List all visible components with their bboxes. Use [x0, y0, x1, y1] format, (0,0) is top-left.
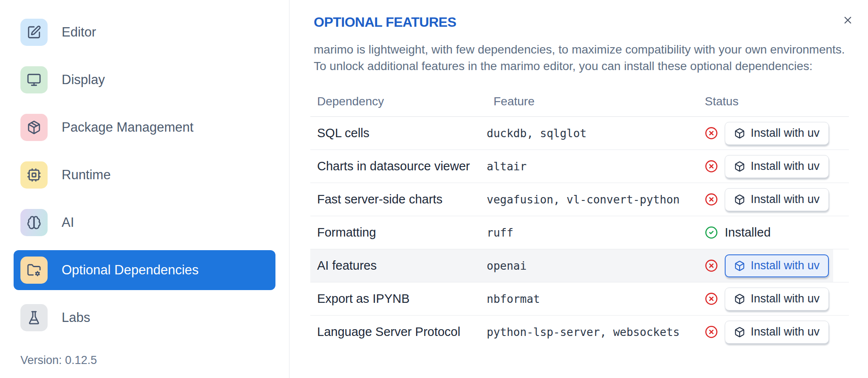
circle-check-icon — [705, 226, 718, 239]
dependency-cell: SQL cells — [310, 126, 487, 140]
install-with-uv-button[interactable]: Install with uv — [725, 321, 829, 344]
dependency-cell: Export as IPYNB — [310, 292, 487, 306]
install-with-uv-button[interactable]: Install with uv — [725, 254, 829, 277]
close-icon[interactable] — [840, 12, 855, 28]
features-table: Dependency Feature Status SQL cellsduckd… — [310, 87, 849, 348]
sidebar-item-label: Optional Dependencies — [62, 262, 199, 278]
box-icon — [734, 260, 745, 271]
table-row-fast-server-side-charts: Fast server-side chartsvegafusion, vl-co… — [310, 183, 849, 216]
install-button-label: Install with uv — [751, 259, 820, 272]
main-panel: OPTIONAL FEATURES marimo is lightweight,… — [289, 0, 868, 378]
sidebar-item-ai[interactable]: AI — [14, 203, 275, 243]
install-with-uv-button[interactable]: Install with uv — [725, 155, 829, 178]
table-body: SQL cellsduckdb, sqlglotInstall with uvC… — [310, 117, 849, 348]
flask-icon — [20, 304, 48, 331]
status-installed-label: Installed — [725, 226, 771, 240]
status-cell: Install with uv — [698, 321, 849, 344]
feature-cell: nbformat — [487, 293, 698, 305]
sidebar-item-display[interactable]: Display — [14, 60, 275, 100]
brain-icon — [20, 209, 48, 236]
box-icon — [734, 128, 745, 139]
dependency-cell: Charts in datasource viewer — [310, 159, 487, 173]
package-icon — [20, 114, 48, 141]
feature-cell: python-lsp-server, websockets — [487, 326, 698, 339]
sidebar-item-label: Labs — [62, 310, 90, 325]
sidebar-item-label: AI — [62, 215, 74, 230]
sidebar-item-label: Display — [62, 72, 105, 87]
circle-x-icon — [705, 127, 718, 140]
sidebar-item-label: Runtime — [62, 167, 111, 183]
install-with-uv-button[interactable]: Install with uv — [725, 122, 829, 145]
feature-cell: ruff — [487, 226, 698, 239]
status-cell: Install with uv — [698, 122, 849, 145]
status-cell: Install with uv — [698, 254, 849, 277]
table-row-charts-in-datasource-viewer: Charts in datasource vieweraltairInstall… — [310, 150, 849, 183]
status-cell: Install with uv — [698, 288, 849, 310]
table-row-ai-features: AI featuresopenaiInstall with uv — [310, 249, 849, 282]
dependency-cell: Formatting — [310, 226, 487, 240]
column-header-status: Status — [698, 95, 849, 108]
install-button-label: Install with uv — [751, 127, 820, 140]
dependency-cell: AI features — [310, 259, 487, 273]
sidebar-item-editor[interactable]: Editor — [14, 12, 275, 52]
install-button-label: Install with uv — [751, 325, 820, 339]
sidebar-item-runtime[interactable]: Runtime — [14, 155, 275, 195]
circle-x-icon — [705, 160, 718, 173]
feature-cell: openai — [487, 260, 698, 272]
panel-description: marimo is lightweight, with few dependen… — [314, 41, 866, 74]
table-row-sql-cells: SQL cellsduckdb, sqlglotInstall with uv — [310, 117, 849, 150]
settings-dialog: { "sidebar": { "items": [ {"label": "Edi… — [0, 0, 868, 378]
sidebar: EditorDisplayPackage ManagementRuntimeAI… — [0, 0, 289, 378]
version-label: Version: 0.12.5 — [20, 354, 97, 367]
install-with-uv-button[interactable]: Install with uv — [725, 188, 829, 211]
box-icon — [734, 327, 745, 338]
panel-description-line-1: marimo is lightweight, with few dependen… — [314, 41, 866, 58]
table-row-language-server-protocol: Language Server Protocolpython-lsp-serve… — [310, 316, 849, 348]
feature-cell: duckdb, sqlglot — [487, 127, 698, 140]
sidebar-item-optional-dependencies[interactable]: Optional Dependencies — [14, 250, 275, 290]
table-header-row: Dependency Feature Status — [310, 87, 849, 117]
box-icon — [734, 161, 745, 172]
install-with-uv-button[interactable]: Install with uv — [725, 288, 829, 310]
install-button-label: Install with uv — [751, 292, 820, 305]
install-button-label: Install with uv — [751, 193, 820, 206]
monitor-icon — [20, 66, 48, 93]
status-cell: Install with uv — [698, 188, 849, 211]
sidebar-item-label: Package Management — [62, 120, 193, 135]
box-icon — [734, 194, 745, 205]
sidebar-nav: EditorDisplayPackage ManagementRuntimeAI… — [14, 12, 275, 338]
table-row-formatting: FormattingruffInstalled — [310, 216, 849, 249]
page-title: OPTIONAL FEATURES — [314, 14, 868, 30]
dependency-cell: Fast server-side charts — [310, 192, 487, 206]
status-cell: Install with uv — [698, 155, 849, 178]
circle-x-icon — [705, 259, 718, 272]
column-header-dependency: Dependency — [310, 95, 487, 108]
feature-cell: vegafusion, vl-convert-python — [487, 193, 698, 206]
circle-x-icon — [705, 193, 718, 206]
feature-cell: altair — [487, 160, 698, 173]
install-button-label: Install with uv — [751, 160, 820, 173]
table-row-export-as-ipynb: Export as IPYNBnbformatInstall with uv — [310, 282, 849, 316]
sidebar-item-labs[interactable]: Labs — [14, 298, 275, 338]
circle-x-icon — [705, 325, 718, 339]
panel-description-line-2: To unlock additional features in the mar… — [314, 58, 866, 74]
dependency-cell: Language Server Protocol — [310, 325, 487, 339]
status-cell: Installed — [698, 226, 849, 240]
folder-gear-icon — [20, 257, 48, 284]
edit-pencil-icon — [20, 19, 48, 46]
cpu-icon — [20, 161, 48, 189]
circle-x-icon — [705, 292, 718, 305]
box-icon — [734, 293, 745, 305]
sidebar-item-package-management[interactable]: Package Management — [14, 107, 275, 147]
column-header-feature: Feature — [487, 95, 698, 108]
sidebar-item-label: Editor — [62, 25, 96, 40]
